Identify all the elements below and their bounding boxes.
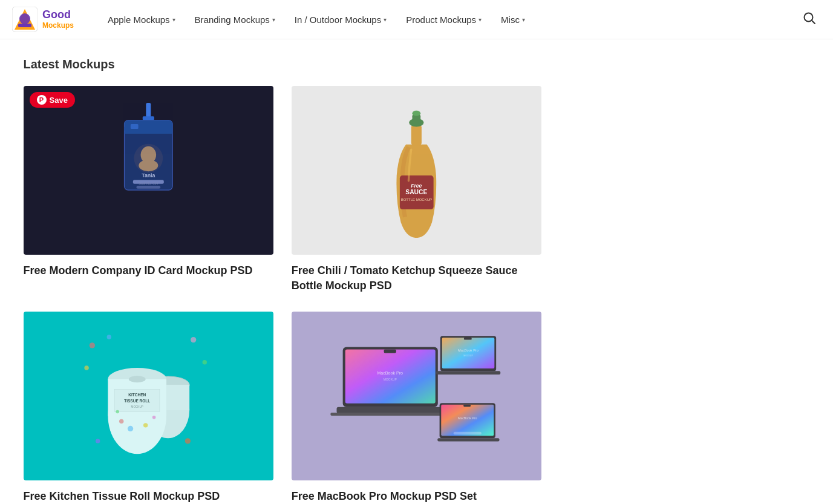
card-ketchup[interactable]: Free SAUCE BOTTLE MOCKUP Free Chili / To… xyxy=(292,86,541,293)
card-tissue[interactable]: KITCHEN TISSUE ROLL MOCKUP Free Kitchen … xyxy=(24,312,273,504)
svg-text:MacBook Pro: MacBook Pro xyxy=(458,416,477,420)
svg-text:MacBook Pro: MacBook Pro xyxy=(458,349,479,352)
svg-rect-67 xyxy=(441,405,494,436)
svg-rect-53 xyxy=(345,350,436,404)
card-id-card[interactable]: P Save xyxy=(24,86,273,293)
nav-apple-mockups[interactable]: Apple Mockups ▾ xyxy=(98,0,185,39)
svg-point-47 xyxy=(128,426,133,431)
logo-text: Good xyxy=(42,9,74,21)
site-logo[interactable]: Good Mockups xyxy=(12,7,74,32)
svg-point-26 xyxy=(413,111,421,116)
nav-branding-mockups[interactable]: Branding Mockups ▾ xyxy=(185,0,285,39)
svg-rect-57 xyxy=(337,407,444,413)
svg-point-13 xyxy=(139,160,158,171)
chevron-down-icon: ▾ xyxy=(272,16,275,23)
svg-rect-23 xyxy=(411,125,422,145)
svg-rect-3 xyxy=(18,24,31,27)
svg-point-27 xyxy=(90,342,95,348)
card-image-macbook: MacBook Pro MOCKUP xyxy=(292,312,541,480)
main-content: Latest Mockups P Save xyxy=(11,39,822,504)
card-title-ketchup: Free Chili / Tomato Ketchup Squeeze Sauc… xyxy=(292,263,541,293)
svg-line-5 xyxy=(812,20,815,23)
pinterest-icon: P xyxy=(37,95,47,105)
chevron-down-icon: ▾ xyxy=(479,16,482,23)
svg-point-48 xyxy=(143,423,148,427)
svg-text:MOCKUP: MOCKUP xyxy=(463,355,473,357)
svg-rect-60 xyxy=(442,338,495,368)
svg-point-45 xyxy=(129,376,146,382)
macbook-illustration: MacBook Pro MOCKUP xyxy=(316,329,517,463)
svg-rect-56 xyxy=(384,350,396,353)
svg-text:TISSUE ROLL: TISSUE ROLL xyxy=(124,399,150,403)
card-image-id-card: P Save xyxy=(24,86,273,255)
card-macbook[interactable]: MacBook Pro MOCKUP xyxy=(292,312,541,504)
mockup-grid: P Save xyxy=(24,86,810,504)
svg-point-28 xyxy=(106,335,111,339)
chevron-down-icon: ▾ xyxy=(172,16,175,23)
id-card-illustration: Tania Staff No: 034 xyxy=(48,103,249,238)
svg-rect-16 xyxy=(131,124,139,129)
svg-rect-6 xyxy=(146,103,151,117)
svg-point-50 xyxy=(116,410,119,414)
logo-subtext: Mockups xyxy=(42,21,74,30)
svg-text:BOTTLE MOCKUP: BOTTLE MOCKUP xyxy=(401,198,432,201)
card-title-macbook: Free MacBook Pro Mockup PSD Set xyxy=(292,489,541,504)
card-title-tissue: Free Kitchen Tissue Roll Mockup PSD xyxy=(24,489,273,504)
svg-text:MacBook Pro: MacBook Pro xyxy=(377,371,403,376)
svg-rect-69 xyxy=(463,405,471,407)
svg-rect-15 xyxy=(136,186,160,189)
nav-misc[interactable]: Misc ▾ xyxy=(491,0,535,39)
chevron-down-icon: ▾ xyxy=(522,16,525,23)
svg-rect-70 xyxy=(454,432,482,435)
search-button[interactable] xyxy=(798,7,821,33)
svg-point-49 xyxy=(152,416,156,419)
svg-point-32 xyxy=(185,438,191,443)
search-icon xyxy=(803,11,816,25)
svg-rect-7 xyxy=(143,116,154,120)
pinterest-save-button[interactable]: P Save xyxy=(30,92,75,108)
tissue-illustration: KITCHEN TISSUE ROLL MOCKUP xyxy=(48,329,249,463)
site-header: Good Mockups Apple Mockups ▾ Branding Mo… xyxy=(0,0,833,39)
svg-rect-71 xyxy=(437,438,499,441)
svg-text:Staff No: 034: Staff No: 034 xyxy=(139,182,158,185)
card-title-id-card: Free Modern Company ID Card Mockup PSD xyxy=(24,263,273,278)
svg-text:KITCHEN: KITCHEN xyxy=(128,393,146,398)
chevron-down-icon: ▾ xyxy=(384,16,387,23)
ketchup-illustration: Free SAUCE BOTTLE MOCKUP xyxy=(316,103,517,238)
svg-text:MOCKUP: MOCKUP xyxy=(131,405,143,408)
svg-text:SAUCE: SAUCE xyxy=(405,189,427,195)
svg-point-46 xyxy=(119,419,123,424)
svg-text:MOCKUP: MOCKUP xyxy=(384,378,397,381)
svg-point-31 xyxy=(202,360,206,364)
logo-icon xyxy=(12,7,38,32)
svg-point-29 xyxy=(84,365,88,370)
svg-text:Tania: Tania xyxy=(142,172,155,178)
card-image-tissue: KITCHEN TISSUE ROLL MOCKUP xyxy=(24,312,273,480)
svg-rect-64 xyxy=(436,371,500,375)
main-nav: Apple Mockups ▾ Branding Mockups ▾ In / … xyxy=(98,0,798,39)
nav-product-mockups[interactable]: Product Mockups ▾ xyxy=(396,0,491,39)
svg-rect-63 xyxy=(464,338,472,340)
svg-point-30 xyxy=(191,337,196,342)
nav-indoor-outdoor-mockups[interactable]: In / Outdoor Mockups ▾ xyxy=(285,0,396,39)
svg-text:Free: Free xyxy=(411,183,422,189)
svg-point-33 xyxy=(96,439,100,443)
svg-point-2 xyxy=(19,13,30,24)
svg-rect-58 xyxy=(331,413,451,416)
card-image-ketchup: Free SAUCE BOTTLE MOCKUP xyxy=(292,86,541,255)
section-title: Latest Mockups xyxy=(24,57,810,71)
